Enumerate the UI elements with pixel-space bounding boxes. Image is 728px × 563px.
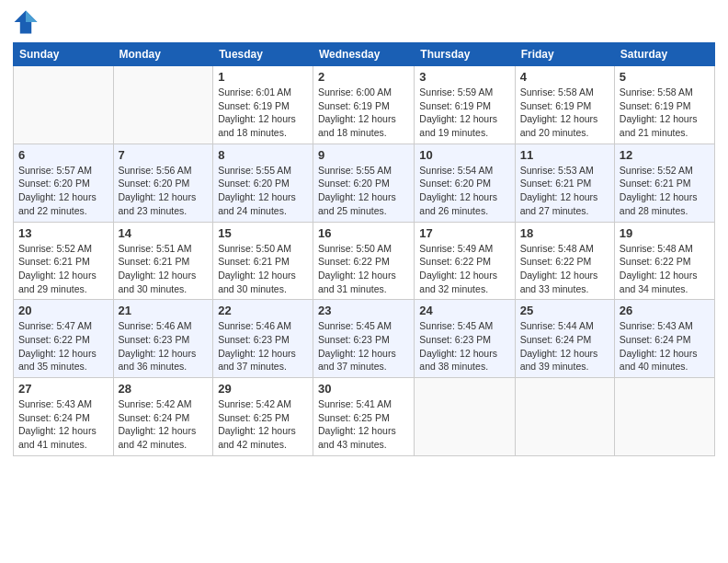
day-info: Sunrise: 5:49 AMSunset: 6:22 PMDaylight:… [419,242,509,296]
calendar-day-cell: 30Sunrise: 5:41 AMSunset: 6:25 PMDayligh… [313,378,415,456]
day-number: 7 [119,148,209,162]
calendar-day-cell: 11Sunrise: 5:53 AMSunset: 6:21 PMDayligh… [515,144,614,222]
calendar-day-cell: 12Sunrise: 5:52 AMSunset: 6:21 PMDayligh… [614,144,714,222]
day-info: Sunrise: 5:42 AMSunset: 6:25 PMDaylight:… [218,397,308,452]
day-number: 30 [318,382,409,396]
calendar: SundayMondayTuesdayWednesdayThursdayFrid… [13,42,715,456]
calendar-day-cell: 2Sunrise: 6:00 AMSunset: 6:19 PMDaylight… [313,66,415,144]
day-number: 27 [18,382,108,396]
calendar-day-cell: 4Sunrise: 5:58 AMSunset: 6:19 PMDaylight… [515,66,614,144]
weekday-header-tuesday: Tuesday [213,43,313,66]
day-number: 14 [119,226,209,240]
calendar-day-cell: 9Sunrise: 5:55 AMSunset: 6:20 PMDaylight… [313,144,415,222]
day-info: Sunrise: 5:46 AMSunset: 6:23 PMDaylight:… [119,319,209,373]
calendar-week-row: 27Sunrise: 5:43 AMSunset: 6:24 PMDayligh… [14,378,715,456]
day-number: 21 [119,304,209,317]
day-number: 12 [620,148,710,162]
day-number: 18 [520,226,609,240]
day-info: Sunrise: 5:59 AMSunset: 6:19 PMDaylight:… [419,86,509,140]
day-info: Sunrise: 5:53 AMSunset: 6:21 PMDaylight:… [520,164,609,218]
day-info: Sunrise: 5:55 AMSunset: 6:20 PMDaylight:… [218,164,308,218]
weekday-header-wednesday: Wednesday [313,43,415,66]
calendar-day-cell: 27Sunrise: 5:43 AMSunset: 6:24 PMDayligh… [14,378,114,456]
weekday-header-row: SundayMondayTuesdayWednesdayThursdayFrid… [14,43,715,66]
day-number: 22 [218,304,308,317]
calendar-day-cell: 5Sunrise: 5:58 AMSunset: 6:19 PMDaylight… [614,66,714,144]
calendar-day-cell: 19Sunrise: 5:48 AMSunset: 6:22 PMDayligh… [614,222,714,300]
day-number: 20 [18,304,108,317]
day-info: Sunrise: 5:50 AMSunset: 6:21 PMDaylight:… [218,242,308,296]
day-number: 15 [218,226,308,240]
day-number: 25 [520,304,609,317]
calendar-day-cell: 24Sunrise: 5:45 AMSunset: 6:23 PMDayligh… [415,300,515,378]
day-info: Sunrise: 5:43 AMSunset: 6:24 PMDaylight:… [620,319,710,373]
day-number: 28 [119,382,209,396]
calendar-week-row: 13Sunrise: 5:52 AMSunset: 6:21 PMDayligh… [14,222,715,300]
day-info: Sunrise: 5:44 AMSunset: 6:24 PMDaylight:… [520,319,609,373]
day-info: Sunrise: 5:45 AMSunset: 6:23 PMDaylight:… [419,319,509,373]
day-number: 24 [419,304,509,317]
day-info: Sunrise: 5:47 AMSunset: 6:22 PMDaylight:… [18,319,108,373]
calendar-day-cell: 20Sunrise: 5:47 AMSunset: 6:22 PMDayligh… [14,300,114,378]
weekday-header-saturday: Saturday [614,43,714,66]
day-info: Sunrise: 6:00 AMSunset: 6:19 PMDaylight:… [318,86,409,140]
header [13,9,715,35]
day-info: Sunrise: 5:54 AMSunset: 6:20 PMDaylight:… [419,164,509,218]
calendar-week-row: 1Sunrise: 6:01 AMSunset: 6:19 PMDaylight… [14,66,715,144]
day-info: Sunrise: 5:57 AMSunset: 6:20 PMDaylight:… [18,164,108,218]
day-info: Sunrise: 5:58 AMSunset: 6:19 PMDaylight:… [620,86,710,140]
day-info: Sunrise: 5:42 AMSunset: 6:24 PMDaylight:… [119,397,209,452]
day-number: 5 [620,70,710,84]
weekday-header-friday: Friday [515,43,614,66]
day-info: Sunrise: 5:56 AMSunset: 6:20 PMDaylight:… [119,164,209,218]
day-number: 19 [620,226,710,240]
day-number: 13 [18,226,108,240]
logo-icon [13,9,39,35]
calendar-day-cell: 10Sunrise: 5:54 AMSunset: 6:20 PMDayligh… [415,144,515,222]
day-number: 10 [419,148,509,162]
weekday-header-sunday: Sunday [14,43,114,66]
day-number: 16 [318,226,409,240]
calendar-week-row: 20Sunrise: 5:47 AMSunset: 6:22 PMDayligh… [14,300,715,378]
day-number: 9 [318,148,409,162]
day-number: 2 [318,70,409,84]
calendar-day-cell: 21Sunrise: 5:46 AMSunset: 6:23 PMDayligh… [113,300,213,378]
calendar-week-row: 6Sunrise: 5:57 AMSunset: 6:20 PMDaylight… [14,144,715,222]
calendar-day-cell: 28Sunrise: 5:42 AMSunset: 6:24 PMDayligh… [113,378,213,456]
day-number: 26 [620,304,710,317]
calendar-day-cell: 1Sunrise: 6:01 AMSunset: 6:19 PMDaylight… [213,66,313,144]
calendar-day-cell [113,66,213,144]
calendar-day-cell: 13Sunrise: 5:52 AMSunset: 6:21 PMDayligh… [14,222,114,300]
day-number: 23 [318,304,409,317]
day-info: Sunrise: 5:48 AMSunset: 6:22 PMDaylight:… [520,242,609,296]
day-number: 29 [218,382,308,396]
day-info: Sunrise: 5:48 AMSunset: 6:22 PMDaylight:… [620,242,710,296]
calendar-day-cell: 8Sunrise: 5:55 AMSunset: 6:20 PMDaylight… [213,144,313,222]
calendar-day-cell: 16Sunrise: 5:50 AMSunset: 6:22 PMDayligh… [313,222,415,300]
calendar-day-cell: 25Sunrise: 5:44 AMSunset: 6:24 PMDayligh… [515,300,614,378]
calendar-day-cell: 6Sunrise: 5:57 AMSunset: 6:20 PMDaylight… [14,144,114,222]
day-number: 4 [520,70,609,84]
calendar-day-cell: 29Sunrise: 5:42 AMSunset: 6:25 PMDayligh… [213,378,313,456]
day-info: Sunrise: 6:01 AMSunset: 6:19 PMDaylight:… [218,86,308,140]
calendar-day-cell: 17Sunrise: 5:49 AMSunset: 6:22 PMDayligh… [415,222,515,300]
day-info: Sunrise: 5:50 AMSunset: 6:22 PMDaylight:… [318,242,409,296]
calendar-day-cell: 18Sunrise: 5:48 AMSunset: 6:22 PMDayligh… [515,222,614,300]
day-info: Sunrise: 5:55 AMSunset: 6:20 PMDaylight:… [318,164,409,218]
day-info: Sunrise: 5:52 AMSunset: 6:21 PMDaylight:… [620,164,710,218]
calendar-day-cell: 15Sunrise: 5:50 AMSunset: 6:21 PMDayligh… [213,222,313,300]
calendar-day-cell [614,378,714,456]
day-info: Sunrise: 5:51 AMSunset: 6:21 PMDaylight:… [119,242,209,296]
weekday-header-thursday: Thursday [415,43,515,66]
day-number: 17 [419,226,509,240]
day-number: 1 [218,70,308,84]
page: SundayMondayTuesdayWednesdayThursdayFrid… [0,0,728,563]
weekday-header-monday: Monday [113,43,213,66]
day-info: Sunrise: 5:41 AMSunset: 6:25 PMDaylight:… [318,397,409,452]
calendar-day-cell: 7Sunrise: 5:56 AMSunset: 6:20 PMDaylight… [113,144,213,222]
day-info: Sunrise: 5:58 AMSunset: 6:19 PMDaylight:… [520,86,609,140]
day-info: Sunrise: 5:52 AMSunset: 6:21 PMDaylight:… [18,242,108,296]
day-info: Sunrise: 5:45 AMSunset: 6:23 PMDaylight:… [318,319,409,373]
calendar-day-cell [14,66,114,144]
day-number: 6 [18,148,108,162]
